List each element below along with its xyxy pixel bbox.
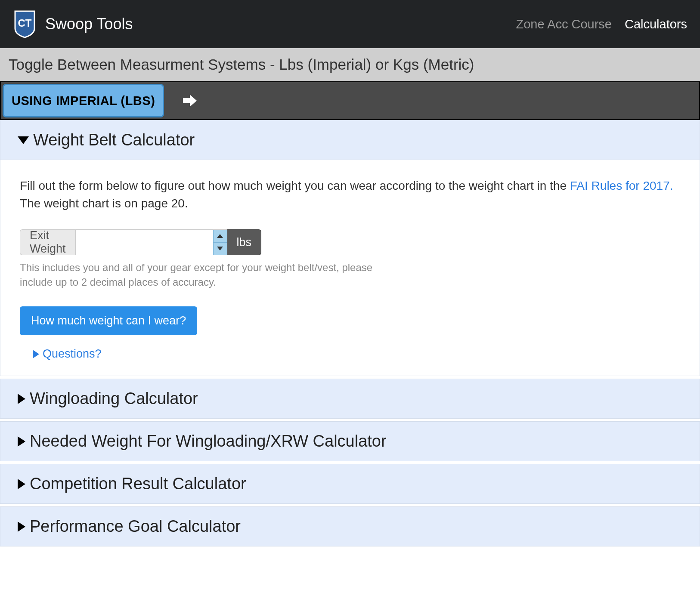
intro-suffix: The weight chart is on page 20. xyxy=(20,197,188,210)
arrow-right-icon xyxy=(183,95,197,107)
chevron-right-icon xyxy=(18,522,25,532)
accordion-title: Needed Weight For Wingloading/XRW Calcul… xyxy=(30,432,387,451)
chevron-right-icon xyxy=(18,436,25,447)
accordion-header-weight-belt[interactable]: Weight Belt Calculator xyxy=(0,120,700,160)
navbar: CT Swoop Tools Zone Acc Course Calculato… xyxy=(0,0,700,48)
accordion: Weight Belt Calculator Fill out the form… xyxy=(0,120,700,546)
chevron-right-icon xyxy=(18,479,25,489)
nav-link-zone-acc-course[interactable]: Zone Acc Course xyxy=(516,17,611,31)
navbar-left: CT Swoop Tools xyxy=(13,10,133,38)
stepper-down-button[interactable] xyxy=(214,243,227,255)
unit-toggle-next[interactable] xyxy=(166,82,214,119)
svg-text:CT: CT xyxy=(18,17,32,29)
fai-rules-link[interactable]: FAI Rules for 2017. xyxy=(570,179,673,192)
accordion-header-needed-weight[interactable]: Needed Weight For Wingloading/XRW Calcul… xyxy=(0,422,700,461)
intro-text: Fill out the form below to figure out ho… xyxy=(20,177,680,212)
accordion-title: Competition Result Calculator xyxy=(30,475,246,493)
subheader: Toggle Between Measurment Systems - Lbs … xyxy=(0,48,700,81)
accordion-title: Wingloading Calculator xyxy=(30,389,198,408)
intro-prefix: Fill out the form below to figure out ho… xyxy=(20,179,570,192)
calculate-weight-button[interactable]: How much weight can I wear? xyxy=(20,306,197,335)
caret-up-icon xyxy=(217,234,223,238)
chevron-right-icon xyxy=(18,394,25,404)
nav-link-calculators[interactable]: Calculators xyxy=(625,17,687,31)
exit-weight-stepper xyxy=(213,230,227,255)
accordion-body-weight-belt: Fill out the form below to figure out ho… xyxy=(0,160,700,376)
navbar-right: Zone Acc Course Calculators xyxy=(516,17,687,31)
accordion-item-needed-weight: Needed Weight For Wingloading/XRW Calcul… xyxy=(0,421,700,461)
brand-title[interactable]: Swoop Tools xyxy=(45,15,133,33)
accordion-item-competition-result: Competition Result Calculator xyxy=(0,464,700,504)
accordion-item-wingloading: Wingloading Calculator xyxy=(0,379,700,419)
exit-weight-group: Exit Weight lbs xyxy=(20,229,257,255)
accordion-item-weight-belt: Weight Belt Calculator Fill out the form… xyxy=(0,120,700,376)
chevron-down-icon xyxy=(18,136,29,144)
caret-down-icon xyxy=(217,247,223,250)
questions-toggle[interactable]: Questions? xyxy=(33,347,680,361)
accordion-title: Performance Goal Calculator xyxy=(30,517,241,536)
unit-toggle-imperial[interactable]: USING IMPERIAL (LBS) xyxy=(3,84,164,117)
questions-label: Questions? xyxy=(43,347,102,361)
exit-weight-field-wrapper xyxy=(75,229,227,255)
accordion-header-performance-goal[interactable]: Performance Goal Calculator xyxy=(0,507,700,546)
accordion-title: Weight Belt Calculator xyxy=(33,131,195,149)
exit-weight-input[interactable] xyxy=(76,230,213,255)
accordion-header-wingloading[interactable]: Wingloading Calculator xyxy=(0,379,700,418)
chevron-right-icon xyxy=(33,350,39,358)
exit-weight-help: This includes you and all of your gear e… xyxy=(20,260,386,289)
exit-weight-unit: lbs xyxy=(227,229,262,255)
exit-weight-label: Exit Weight xyxy=(20,229,75,255)
accordion-header-competition-result[interactable]: Competition Result Calculator xyxy=(0,464,700,503)
logo-icon: CT xyxy=(13,10,37,38)
unit-toggle-bar: USING IMPERIAL (LBS) xyxy=(0,81,700,120)
accordion-item-performance-goal: Performance Goal Calculator xyxy=(0,506,700,546)
stepper-up-button[interactable] xyxy=(214,230,227,243)
